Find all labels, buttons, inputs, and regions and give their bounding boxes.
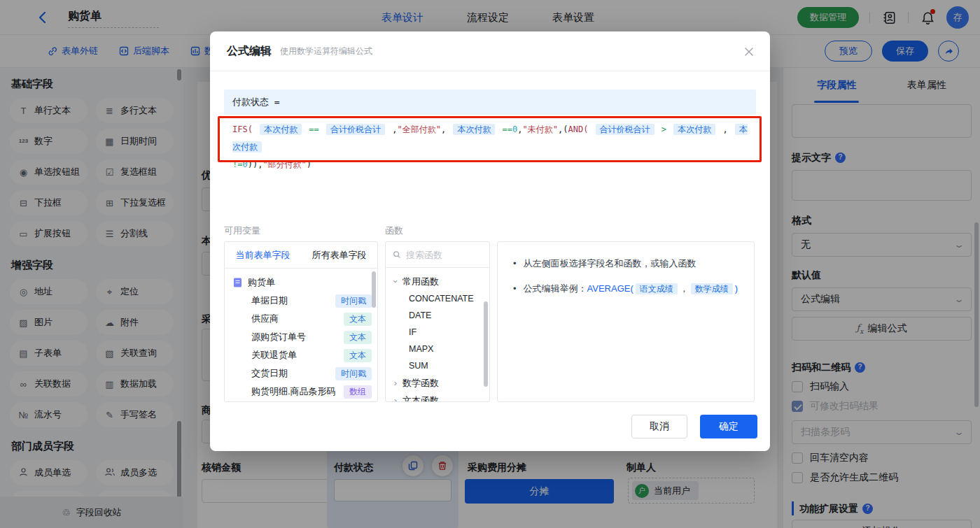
function-item[interactable]: DATE <box>392 307 489 324</box>
tip-text: 从左侧面板选择字段名和函数，或输入函数 <box>524 256 696 271</box>
formula-token: "未付款" <box>523 124 558 134</box>
tip-line: • 从左侧面板选择字段名和函数，或输入函数 <box>513 256 738 271</box>
formula-token: , <box>441 124 451 134</box>
formula-token: AND( <box>568 124 593 134</box>
formula-token: , <box>718 124 733 134</box>
doc-icon <box>233 278 242 287</box>
function-group[interactable]: ›数学函数 <box>392 374 489 392</box>
variables-list: 购货单单据日期时间戳供应商文本源购货订单号文本关联退货单文本交货日期时间戳购货明… <box>225 269 377 401</box>
variables-label: 可用变量 <box>224 224 260 237</box>
variable-field-name: 源购货订单号 <box>251 331 306 343</box>
dialog-header: 公式编辑 使用数学运算符编辑公式 <box>210 31 770 71</box>
function-search <box>386 242 489 268</box>
formula-token: != <box>232 159 242 169</box>
field-type-badge: 时间戳 <box>335 294 372 308</box>
formula-editor: 付款状态 = IFS( 本次付款 == 合计价税合计 ,"全部付款", 本次付款… <box>224 90 756 213</box>
function-search-input[interactable] <box>406 250 482 260</box>
field-type-badge: 文本 <box>344 349 372 362</box>
formula-input-area[interactable]: IFS( 本次付款 == 合计价税合计 ,"全部付款", 本次付款 ==0,"未… <box>224 115 756 213</box>
tab-current-form-fields[interactable]: 当前表单字段 <box>225 242 301 268</box>
variable-field-row[interactable]: 源购货订单号文本 <box>233 328 377 346</box>
variables-scrollbar[interactable] <box>372 271 376 308</box>
example-field-token: 语文成绩 <box>636 283 678 294</box>
functions-scrollbar[interactable] <box>484 301 488 387</box>
close-icon[interactable] <box>743 46 755 57</box>
field-type-badge: 时间戳 <box>335 367 372 380</box>
formula-edit-dialog: 公式编辑 使用数学运算符编辑公式 付款状态 = IFS( 本次付款 == 合计价… <box>210 31 770 451</box>
bullet: • <box>513 281 517 297</box>
formula-token: )), <box>248 159 263 169</box>
formula-token: ,( <box>558 124 568 134</box>
example-field-token: 数学成绩 <box>691 283 733 294</box>
function-item[interactable]: CONCATENATE <box>392 290 489 307</box>
dialog-title: 公式编辑 <box>227 44 272 59</box>
field-type-badge: 数组 <box>344 385 372 399</box>
variable-field-name: 交货日期 <box>251 367 288 380</box>
formula-token: , <box>387 124 397 134</box>
field-type-badge: 文本 <box>344 313 372 326</box>
variable-field-name: 购货明细.商品条形码 <box>251 385 336 398</box>
variable-field-row[interactable]: 关联退货单文本 <box>233 346 377 364</box>
search-icon <box>393 250 401 259</box>
variable-field-row[interactable]: 单据日期时间戳 <box>233 292 377 310</box>
chevron-right-icon: › <box>392 378 399 388</box>
formula-field-token: 本次付款 <box>453 124 495 135</box>
bullet: • <box>513 256 517 271</box>
tab-all-form-fields[interactable]: 所有表单字段 <box>301 242 377 268</box>
variable-field-name: 关联退货单 <box>251 349 297 362</box>
variables-tabs: 当前表单字段 所有表单字段 <box>225 242 377 269</box>
dialog-subtitle: 使用数学运算符编辑公式 <box>280 45 372 57</box>
function-tree: ›常用函数CONCATENATEDATEIFMAPXSUM›数学函数›文本函数 <box>386 268 489 402</box>
variable-form-row[interactable]: 购货单 <box>233 273 377 292</box>
formula-target-bar: 付款状态 = <box>224 90 756 115</box>
variable-field-row[interactable]: 供应商文本 <box>233 310 377 328</box>
formula-field-token: 本次付款 <box>260 124 302 135</box>
formula-token: "全部付款" <box>397 124 440 134</box>
chevron-right-icon: › <box>391 278 401 285</box>
function-item[interactable]: SUM <box>392 357 489 374</box>
app-root: 购货单 表单设计 流程设定 表单设置 数据管理 存 表单外链 <box>0 0 980 528</box>
formula-token: == <box>497 124 512 134</box>
formula-tips-panel: • 从左侧面板选择字段名和函数，或输入函数 • 公式编辑举例：AVERAGE(语… <box>497 241 755 402</box>
formula-field-token: 本次付款 <box>673 124 715 135</box>
function-item[interactable]: MAPX <box>392 341 489 357</box>
formula-field-token: 合计价税合计 <box>326 124 385 135</box>
formula-token: , <box>517 124 522 134</box>
formula-token: == <box>304 124 324 134</box>
variable-form-name: 购货单 <box>248 276 275 289</box>
function-group-name: 数学函数 <box>402 377 439 390</box>
chevron-right-icon: › <box>392 395 399 402</box>
function-item[interactable]: IF <box>392 324 489 341</box>
formula-field-token: 合计价税合计 <box>596 124 654 135</box>
variable-field-row[interactable]: 购货明细.商品条形码数组 <box>233 383 377 401</box>
formula-token: "部分付款" <box>262 159 306 169</box>
variable-field-name: 供应商 <box>251 313 279 325</box>
formula-token: ) <box>307 159 312 169</box>
functions-panel: ›常用函数CONCATENATEDATEIFMAPXSUM›数学函数›文本函数 <box>385 241 490 402</box>
tip-separator: ， <box>680 283 689 294</box>
function-group-name: 文本函数 <box>402 394 439 403</box>
cancel-button[interactable]: 取消 <box>631 415 687 438</box>
function-group[interactable]: ›文本函数 <box>392 392 489 402</box>
confirm-button[interactable]: 确定 <box>700 415 757 438</box>
field-type-badge: 文本 <box>344 331 372 344</box>
function-group-name: 常用函数 <box>402 276 439 288</box>
formula-token: IFS( <box>232 124 258 134</box>
formula-token: > <box>657 124 672 134</box>
variable-field-row[interactable]: 交货日期时间戳 <box>233 364 377 383</box>
tip-line: • 公式编辑举例：AVERAGE(语文成绩，数学成绩) <box>513 281 738 297</box>
function-group[interactable]: ›常用函数 <box>392 273 489 290</box>
formula-token: 0 <box>242 159 247 169</box>
functions-label: 函数 <box>385 224 403 237</box>
variables-panel: 当前表单字段 所有表单字段 购货单单据日期时间戳供应商文本源购货订单号文本关联退… <box>224 241 378 402</box>
variable-field-name: 单据日期 <box>251 294 288 307</box>
tip-text: 公式编辑举例：AVERAGE(语文成绩，数学成绩) <box>524 281 738 297</box>
